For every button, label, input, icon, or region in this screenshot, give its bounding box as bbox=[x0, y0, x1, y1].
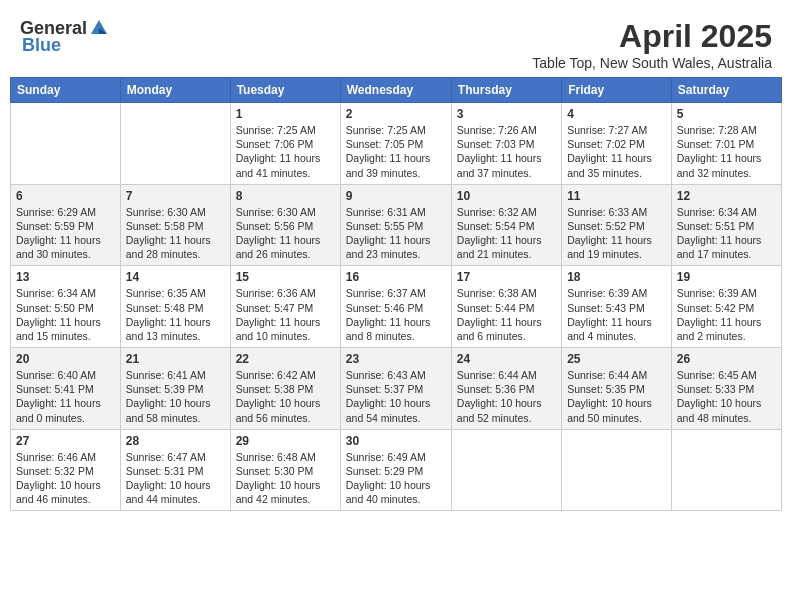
logo-icon bbox=[89, 18, 109, 38]
calendar-cell: 27Sunrise: 6:46 AM Sunset: 5:32 PM Dayli… bbox=[11, 429, 121, 511]
day-detail: Sunrise: 6:33 AM Sunset: 5:52 PM Dayligh… bbox=[567, 205, 666, 262]
calendar-cell: 13Sunrise: 6:34 AM Sunset: 5:50 PM Dayli… bbox=[11, 266, 121, 348]
day-number: 29 bbox=[236, 434, 335, 448]
page-header: General Blue April 2025 Table Top, New S… bbox=[10, 10, 782, 77]
day-number: 26 bbox=[677, 352, 776, 366]
day-number: 7 bbox=[126, 189, 225, 203]
day-number: 27 bbox=[16, 434, 115, 448]
day-detail: Sunrise: 6:34 AM Sunset: 5:51 PM Dayligh… bbox=[677, 205, 776, 262]
calendar-cell: 4Sunrise: 7:27 AM Sunset: 7:02 PM Daylig… bbox=[562, 103, 672, 185]
day-number: 19 bbox=[677, 270, 776, 284]
calendar-cell bbox=[671, 429, 781, 511]
calendar-cell: 30Sunrise: 6:49 AM Sunset: 5:29 PM Dayli… bbox=[340, 429, 451, 511]
day-detail: Sunrise: 6:42 AM Sunset: 5:38 PM Dayligh… bbox=[236, 368, 335, 425]
calendar-cell: 16Sunrise: 6:37 AM Sunset: 5:46 PM Dayli… bbox=[340, 266, 451, 348]
calendar-cell bbox=[451, 429, 561, 511]
calendar-cell: 25Sunrise: 6:44 AM Sunset: 5:35 PM Dayli… bbox=[562, 348, 672, 430]
day-number: 16 bbox=[346, 270, 446, 284]
calendar-cell: 11Sunrise: 6:33 AM Sunset: 5:52 PM Dayli… bbox=[562, 184, 672, 266]
logo: General Blue bbox=[20, 18, 109, 56]
day-detail: Sunrise: 6:37 AM Sunset: 5:46 PM Dayligh… bbox=[346, 286, 446, 343]
calendar-cell: 22Sunrise: 6:42 AM Sunset: 5:38 PM Dayli… bbox=[230, 348, 340, 430]
week-row-1: 1Sunrise: 7:25 AM Sunset: 7:06 PM Daylig… bbox=[11, 103, 782, 185]
day-detail: Sunrise: 6:39 AM Sunset: 5:42 PM Dayligh… bbox=[677, 286, 776, 343]
day-number: 1 bbox=[236, 107, 335, 121]
day-detail: Sunrise: 6:48 AM Sunset: 5:30 PM Dayligh… bbox=[236, 450, 335, 507]
calendar-cell: 29Sunrise: 6:48 AM Sunset: 5:30 PM Dayli… bbox=[230, 429, 340, 511]
day-number: 20 bbox=[16, 352, 115, 366]
calendar-table: SundayMondayTuesdayWednesdayThursdayFrid… bbox=[10, 77, 782, 511]
day-number: 10 bbox=[457, 189, 556, 203]
day-detail: Sunrise: 6:30 AM Sunset: 5:56 PM Dayligh… bbox=[236, 205, 335, 262]
day-number: 22 bbox=[236, 352, 335, 366]
day-detail: Sunrise: 6:44 AM Sunset: 5:36 PM Dayligh… bbox=[457, 368, 556, 425]
day-number: 15 bbox=[236, 270, 335, 284]
day-detail: Sunrise: 7:25 AM Sunset: 7:06 PM Dayligh… bbox=[236, 123, 335, 180]
day-detail: Sunrise: 6:43 AM Sunset: 5:37 PM Dayligh… bbox=[346, 368, 446, 425]
column-header-saturday: Saturday bbox=[671, 78, 781, 103]
week-row-4: 20Sunrise: 6:40 AM Sunset: 5:41 PM Dayli… bbox=[11, 348, 782, 430]
calendar-cell: 17Sunrise: 6:38 AM Sunset: 5:44 PM Dayli… bbox=[451, 266, 561, 348]
day-number: 3 bbox=[457, 107, 556, 121]
calendar-cell: 15Sunrise: 6:36 AM Sunset: 5:47 PM Dayli… bbox=[230, 266, 340, 348]
day-number: 23 bbox=[346, 352, 446, 366]
day-detail: Sunrise: 6:36 AM Sunset: 5:47 PM Dayligh… bbox=[236, 286, 335, 343]
calendar-cell: 3Sunrise: 7:26 AM Sunset: 7:03 PM Daylig… bbox=[451, 103, 561, 185]
day-detail: Sunrise: 6:41 AM Sunset: 5:39 PM Dayligh… bbox=[126, 368, 225, 425]
column-header-tuesday: Tuesday bbox=[230, 78, 340, 103]
day-number: 24 bbox=[457, 352, 556, 366]
day-detail: Sunrise: 6:38 AM Sunset: 5:44 PM Dayligh… bbox=[457, 286, 556, 343]
day-number: 13 bbox=[16, 270, 115, 284]
day-number: 30 bbox=[346, 434, 446, 448]
week-row-3: 13Sunrise: 6:34 AM Sunset: 5:50 PM Dayli… bbox=[11, 266, 782, 348]
day-number: 18 bbox=[567, 270, 666, 284]
day-detail: Sunrise: 7:26 AM Sunset: 7:03 PM Dayligh… bbox=[457, 123, 556, 180]
column-header-monday: Monday bbox=[120, 78, 230, 103]
calendar-cell: 9Sunrise: 6:31 AM Sunset: 5:55 PM Daylig… bbox=[340, 184, 451, 266]
calendar-cell: 6Sunrise: 6:29 AM Sunset: 5:59 PM Daylig… bbox=[11, 184, 121, 266]
calendar-cell: 10Sunrise: 6:32 AM Sunset: 5:54 PM Dayli… bbox=[451, 184, 561, 266]
day-detail: Sunrise: 6:31 AM Sunset: 5:55 PM Dayligh… bbox=[346, 205, 446, 262]
column-header-sunday: Sunday bbox=[11, 78, 121, 103]
day-detail: Sunrise: 6:34 AM Sunset: 5:50 PM Dayligh… bbox=[16, 286, 115, 343]
day-number: 9 bbox=[346, 189, 446, 203]
day-number: 14 bbox=[126, 270, 225, 284]
calendar-cell: 28Sunrise: 6:47 AM Sunset: 5:31 PM Dayli… bbox=[120, 429, 230, 511]
calendar-cell: 8Sunrise: 6:30 AM Sunset: 5:56 PM Daylig… bbox=[230, 184, 340, 266]
calendar-header-row: SundayMondayTuesdayWednesdayThursdayFrid… bbox=[11, 78, 782, 103]
day-number: 11 bbox=[567, 189, 666, 203]
day-detail: Sunrise: 6:40 AM Sunset: 5:41 PM Dayligh… bbox=[16, 368, 115, 425]
day-number: 8 bbox=[236, 189, 335, 203]
column-header-thursday: Thursday bbox=[451, 78, 561, 103]
day-detail: Sunrise: 6:45 AM Sunset: 5:33 PM Dayligh… bbox=[677, 368, 776, 425]
day-detail: Sunrise: 6:32 AM Sunset: 5:54 PM Dayligh… bbox=[457, 205, 556, 262]
calendar-cell: 7Sunrise: 6:30 AM Sunset: 5:58 PM Daylig… bbox=[120, 184, 230, 266]
day-number: 17 bbox=[457, 270, 556, 284]
calendar-cell: 12Sunrise: 6:34 AM Sunset: 5:51 PM Dayli… bbox=[671, 184, 781, 266]
week-row-2: 6Sunrise: 6:29 AM Sunset: 5:59 PM Daylig… bbox=[11, 184, 782, 266]
day-detail: Sunrise: 7:25 AM Sunset: 7:05 PM Dayligh… bbox=[346, 123, 446, 180]
day-detail: Sunrise: 6:39 AM Sunset: 5:43 PM Dayligh… bbox=[567, 286, 666, 343]
day-detail: Sunrise: 7:27 AM Sunset: 7:02 PM Dayligh… bbox=[567, 123, 666, 180]
calendar-cell: 24Sunrise: 6:44 AM Sunset: 5:36 PM Dayli… bbox=[451, 348, 561, 430]
subtitle: Table Top, New South Wales, Australia bbox=[532, 55, 772, 71]
day-number: 2 bbox=[346, 107, 446, 121]
title-block: April 2025 Table Top, New South Wales, A… bbox=[532, 18, 772, 71]
calendar-cell bbox=[11, 103, 121, 185]
calendar-cell bbox=[562, 429, 672, 511]
column-header-wednesday: Wednesday bbox=[340, 78, 451, 103]
calendar-cell: 26Sunrise: 6:45 AM Sunset: 5:33 PM Dayli… bbox=[671, 348, 781, 430]
day-detail: Sunrise: 6:30 AM Sunset: 5:58 PM Dayligh… bbox=[126, 205, 225, 262]
day-number: 12 bbox=[677, 189, 776, 203]
calendar-cell: 2Sunrise: 7:25 AM Sunset: 7:05 PM Daylig… bbox=[340, 103, 451, 185]
day-detail: Sunrise: 6:46 AM Sunset: 5:32 PM Dayligh… bbox=[16, 450, 115, 507]
column-header-friday: Friday bbox=[562, 78, 672, 103]
calendar-cell: 18Sunrise: 6:39 AM Sunset: 5:43 PM Dayli… bbox=[562, 266, 672, 348]
calendar-cell: 20Sunrise: 6:40 AM Sunset: 5:41 PM Dayli… bbox=[11, 348, 121, 430]
day-detail: Sunrise: 6:29 AM Sunset: 5:59 PM Dayligh… bbox=[16, 205, 115, 262]
day-detail: Sunrise: 6:49 AM Sunset: 5:29 PM Dayligh… bbox=[346, 450, 446, 507]
day-detail: Sunrise: 6:47 AM Sunset: 5:31 PM Dayligh… bbox=[126, 450, 225, 507]
calendar-cell: 23Sunrise: 6:43 AM Sunset: 5:37 PM Dayli… bbox=[340, 348, 451, 430]
day-detail: Sunrise: 7:28 AM Sunset: 7:01 PM Dayligh… bbox=[677, 123, 776, 180]
day-number: 6 bbox=[16, 189, 115, 203]
